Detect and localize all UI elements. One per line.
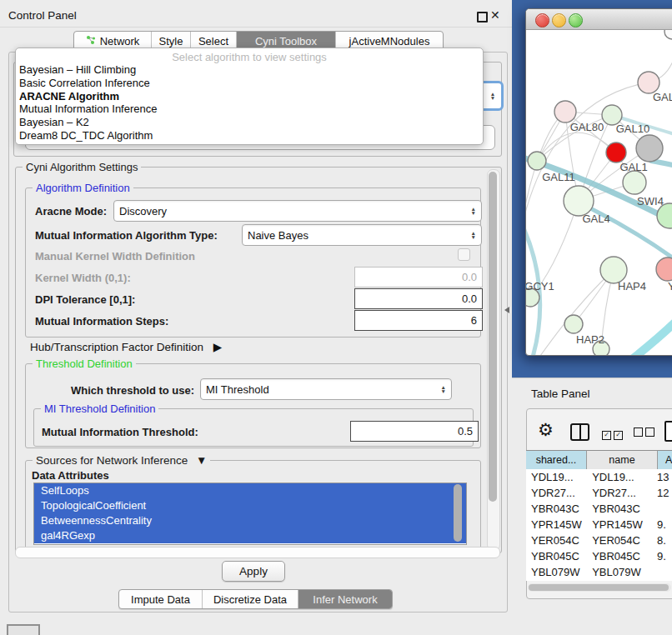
mi-steps-field[interactable]: 6	[354, 310, 483, 331]
table-row[interactable]: YDR27...YDR27...12	[526, 485, 672, 501]
network-node-gal11[interactable]	[528, 152, 546, 170]
tab-discretize-data[interactable]: Discretize Data	[203, 590, 298, 608]
table-row[interactable]: YPR145WYPR145W9.	[526, 517, 672, 532]
dropdown-item-selected[interactable]: ARACNE Algorithm	[16, 90, 483, 103]
hub-definition-label: Hub/Transcription Factor Definition	[30, 341, 203, 353]
dpi-tolerance-field[interactable]: 0.0	[354, 288, 483, 309]
hub-definition-toggle[interactable]: Hub/Transcription Factor Definition ▶	[30, 340, 222, 353]
cyni-settings-title: Cyni Algorithm Settings	[23, 161, 141, 173]
table-row[interactable]: YBL079WYBL079W	[526, 564, 672, 580]
tab-infer-network[interactable]: Infer Network	[298, 590, 392, 608]
network-node-gal1[interactable]	[623, 171, 646, 194]
split-columns-icon[interactable]	[570, 423, 589, 441]
gear-icon[interactable]: ⚙	[538, 420, 554, 440]
tab-network-label: Network	[100, 35, 140, 48]
dropdown-item[interactable]: Dream8 DC_TDC Algorithm	[16, 129, 483, 142]
settings-scrollbar-thumb[interactable]	[489, 172, 497, 502]
control-panel-title: Control Panel	[8, 9, 77, 22]
svg-text:GAL11: GAL11	[542, 171, 575, 183]
svg-text:GAL4: GAL4	[582, 212, 609, 225]
dropdown-prompt: Select algorithm to view settings	[16, 48, 483, 63]
minimize-traffic-light[interactable]	[552, 13, 566, 28]
network-node-gal80[interactable]	[554, 101, 576, 122]
data-attributes-list[interactable]: SelfLoops TopologicalCoefficient Between…	[33, 482, 467, 545]
network-node-pink[interactable]	[656, 258, 672, 281]
svg-text:SWI4: SWI4	[637, 195, 664, 208]
table-row[interactable]: YER054CYER054C8.	[526, 532, 672, 548]
aracne-mode-value: Discovery	[119, 205, 468, 218]
which-threshold-value: MI Threshold	[206, 383, 438, 396]
mi-threshold-field[interactable]: 0.5	[350, 421, 479, 442]
network-node-gal4[interactable]	[564, 186, 594, 216]
apply-button[interactable]: Apply	[222, 561, 285, 582]
mi-algorithm-type-value: Naive Bayes	[248, 229, 468, 242]
export-table-icon[interactable]	[664, 421, 672, 442]
network-node-labels: GAL GAL80 GAL10 GAL1 GAL11 SWI4 GAL4 GCY…	[526, 91, 672, 346]
attribute-item[interactable]: BetweennessCentrality	[34, 513, 466, 528]
network-window-titlebar[interactable]	[526, 9, 672, 30]
aracne-mode-combo[interactable]: Discovery ▲▼	[113, 200, 482, 222]
algorithm-dropdown: Select algorithm to view settings Bayesi…	[15, 48, 484, 145]
splitter-collapse-arrow[interactable]	[504, 307, 509, 313]
float-window-icon[interactable]	[477, 12, 488, 22]
attribute-item[interactable]: SelfLoops	[34, 483, 466, 498]
which-threshold-combo[interactable]: MI Threshold ▲▼	[200, 378, 452, 400]
dropdown-item[interactable]: Mutual Information Inference	[16, 102, 483, 116]
network-node-gray[interactable]	[636, 135, 663, 162]
network-node-hap2[interactable]	[564, 315, 583, 333]
svg-text:GAL1: GAL1	[619, 161, 647, 173]
zoom-traffic-light[interactable]	[569, 13, 583, 28]
which-threshold-label: Which threshold to use:	[71, 384, 194, 397]
table-hscrollbar-thumb[interactable]	[529, 584, 669, 591]
close-panel-icon[interactable]: ✕	[490, 8, 500, 22]
dpi-tolerance-label: DPI Tolerance [0,1]:	[35, 293, 135, 306]
column-header-name[interactable]: name	[587, 450, 658, 470]
kernel-width-field[interactable]: 0.0	[354, 267, 483, 288]
attributes-scrollbar-thumb[interactable]	[454, 484, 462, 542]
network-nodes[interactable]	[526, 29, 672, 355]
sources-title: Sources for Network Inference ▼	[33, 454, 210, 467]
table-row[interactable]: YDL19...YDL19...13	[526, 469, 672, 485]
close-traffic-light[interactable]	[535, 13, 549, 28]
svg-text:HAP2: HAP2	[576, 333, 604, 346]
table-row[interactable]: YBR043CYBR043C	[526, 501, 672, 517]
collapse-down-triangle-icon[interactable]: ▼	[196, 454, 207, 467]
table-body: YDL19...YDL19...13 YDR27...YDR27...12 YB…	[526, 469, 672, 581]
deselect-all-checkboxes-icon[interactable]	[634, 427, 654, 439]
table-row[interactable]: YLR345WYLR345W9.	[526, 580, 672, 581]
network-node-red-selected[interactable]	[606, 142, 626, 162]
svg-text:HAP4: HAP4	[618, 280, 646, 292]
svg-text:Y: Y	[668, 280, 672, 292]
chevron-updown-icon: ▲▼	[471, 231, 476, 239]
bottom-tabbar: Impute Data Discretize Data Infer Networ…	[118, 589, 393, 609]
select-all-checkboxes-icon[interactable]: ✓✓	[602, 427, 623, 440]
dropdown-item[interactable]: Basic Correlation Inference	[16, 77, 483, 90]
column-header-shared-name[interactable]: shared...	[526, 450, 587, 470]
aracne-mode-label: Aracne Mode:	[35, 205, 107, 218]
manual-kernel-width-checkbox[interactable]	[458, 248, 470, 261]
kernel-width-label: Kernel Width (0,1):	[35, 272, 131, 284]
table-row[interactable]: YBR045CYBR045C9.	[526, 548, 672, 564]
column-header-partial[interactable]: A	[658, 450, 672, 470]
attribute-item[interactable]: TopologicalCoefficient	[34, 498, 466, 513]
dropdown-item[interactable]: Bayesian – Hill Climbing	[16, 63, 483, 77]
network-graph-canvas[interactable]: GAL GAL80 GAL10 GAL1 GAL11 SWI4 GAL4 GCY…	[526, 29, 672, 355]
data-attributes-label: Data Attributes	[32, 469, 109, 482]
attribute-item[interactable]: gal4RGexp	[34, 528, 466, 543]
minimized-panel-icon[interactable]	[7, 624, 40, 635]
manual-kernel-width-label: Manual Kernel Width Definition	[35, 250, 195, 262]
network-icon	[86, 35, 96, 48]
table-panel-title: Table Panel	[531, 388, 590, 400]
mi-steps-label: Mutual Information Steps:	[35, 315, 168, 328]
chevron-updown-icon: ▲▼	[441, 385, 446, 393]
network-view-window[interactable]: GAL GAL80 GAL10 GAL1 GAL11 SWI4 GAL4 GCY…	[525, 8, 672, 356]
mi-algorithm-type-combo[interactable]: Naive Bayes ▲▼	[242, 224, 482, 246]
dropdown-item[interactable]: Bayesian – K2	[16, 116, 483, 129]
expand-right-triangle-icon: ▶	[213, 341, 222, 353]
tab-impute-data[interactable]: Impute Data	[119, 590, 203, 608]
network-node[interactable]	[664, 29, 672, 39]
svg-text:GAL10: GAL10	[616, 122, 649, 135]
table-hscrollbar-track[interactable]	[528, 583, 671, 592]
horizontal-scrollbar-track[interactable]	[15, 547, 500, 558]
mi-algorithm-type-label: Mutual Information Algorithm Type:	[35, 229, 218, 242]
